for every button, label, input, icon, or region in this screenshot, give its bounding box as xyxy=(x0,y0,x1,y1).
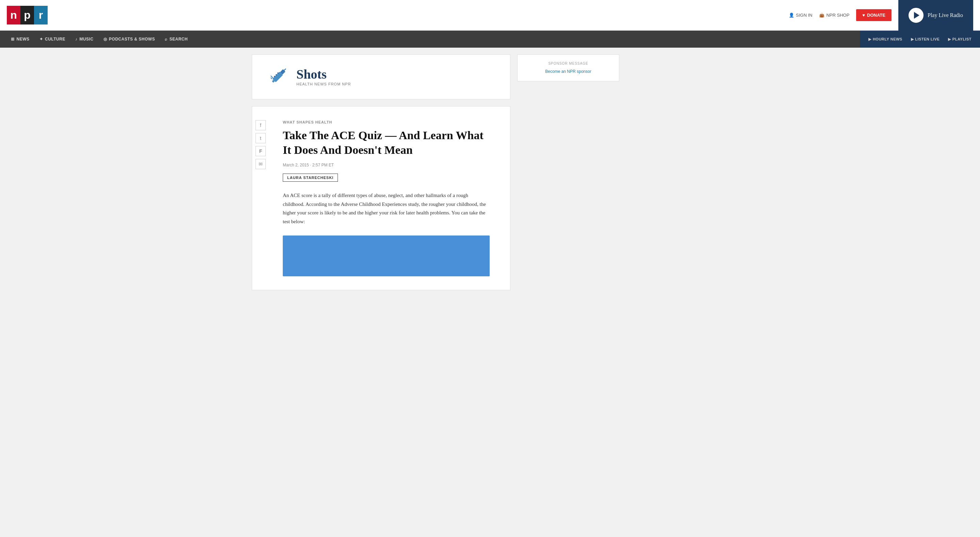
logo-r: r xyxy=(34,6,48,24)
article-title: Take The ACE Quiz — And Learn What It Do… xyxy=(283,128,490,157)
svg-line-3 xyxy=(284,69,285,70)
nav-news-label: NEWS xyxy=(17,37,30,41)
share-twitter-button[interactable]: t xyxy=(256,133,266,143)
nav-listen-live[interactable]: ▶ LISTEN LIVE xyxy=(907,30,943,48)
content-wrapper: Shots HEALTH NEWS FROM NPR f t F ✉ xyxy=(245,48,735,297)
nav-podcasts-label: PODCASTS & SHOWS xyxy=(109,37,155,41)
play-listen-icon: ▶ xyxy=(911,37,914,41)
logo-p: p xyxy=(21,6,34,24)
headphones-icon: ◎ xyxy=(103,37,107,41)
sponsor-area: Sponsor Message Become an NPR sponsor xyxy=(517,54,619,81)
nav-item-search[interactable]: ⌕ SEARCH xyxy=(161,30,192,48)
syringe-icon xyxy=(266,65,290,89)
main-content: Shots HEALTH NEWS FROM NPR f t F ✉ xyxy=(252,54,511,290)
npr-logo[interactable]: n p r xyxy=(7,6,48,24)
article-intro: An ACE score is a tally of different typ… xyxy=(283,191,490,226)
nav-hourly-news[interactable]: ▶ HOURLY NEWS xyxy=(865,30,905,48)
nav-item-culture[interactable]: ✦ CULTURE xyxy=(35,30,69,48)
sponsor-message-label: Sponsor Message xyxy=(524,62,612,65)
person-icon: 👤 xyxy=(789,13,794,18)
author-tag[interactable]: LAURA STARECHESKI xyxy=(283,174,338,182)
logo[interactable]: n p r xyxy=(7,6,48,24)
share-email-button[interactable]: ✉ xyxy=(256,159,266,169)
shots-blog-subtitle: HEALTH NEWS FROM NPR xyxy=(296,82,351,86)
shots-blog-title: Shots xyxy=(296,68,351,81)
main-nav: ⊞ NEWS ✦ CULTURE ♪ MUSIC ◎ PODCASTS & SH… xyxy=(0,30,980,48)
play-playlist-icon: ▶ xyxy=(948,37,951,41)
nav-left: ⊞ NEWS ✦ CULTURE ♪ MUSIC ◎ PODCASTS & SH… xyxy=(0,30,860,48)
nav-culture-label: CULTURE xyxy=(45,37,65,41)
play-hourly-icon: ▶ xyxy=(869,37,872,41)
play-circle xyxy=(908,8,924,23)
nav-music-label: MUSIC xyxy=(79,37,93,41)
sign-in-link[interactable]: 👤 SIGN IN xyxy=(789,13,812,18)
header-actions: 👤 SIGN IN 👜 NPR SHOP ♥ DONATE Play Live … xyxy=(789,0,973,30)
blog-header-card: Shots HEALTH NEWS FROM NPR xyxy=(252,54,511,99)
facebook-icon: f xyxy=(260,123,261,128)
search-icon: ⌕ xyxy=(165,37,167,41)
grid-icon: ⊞ xyxy=(11,37,14,41)
logo-n: n xyxy=(7,6,21,24)
npr-shop-link[interactable]: 👜 NPR SHOP xyxy=(819,13,850,18)
donate-label: DONATE xyxy=(867,13,885,18)
play-live-radio-button[interactable]: Play Live Radio xyxy=(898,0,973,30)
flipboard-icon: F xyxy=(259,148,262,154)
heart-icon: ♥ xyxy=(862,13,865,18)
share-facebook-button[interactable]: f xyxy=(256,120,266,130)
sidebar: Sponsor Message Become an NPR sponsor xyxy=(517,54,619,290)
site-header: n p r 👤 SIGN IN 👜 NPR SHOP ♥ DONATE Play… xyxy=(0,0,980,30)
play-triangle-icon xyxy=(914,12,920,19)
article-card: f t F ✉ WHAT SHAPES HEALTH Take The ACE … xyxy=(252,106,511,290)
article-image xyxy=(283,236,490,276)
twitter-icon: t xyxy=(260,135,261,141)
nav-playlist[interactable]: ▶ PLAYLIST xyxy=(945,30,975,48)
sign-in-label: SIGN IN xyxy=(796,13,812,18)
nav-item-podcasts[interactable]: ◎ PODCASTS & SHOWS xyxy=(99,30,159,48)
nav-right: ▶ HOURLY NEWS ▶ LISTEN LIVE ▶ PLAYLIST xyxy=(860,30,980,48)
article-section-label: WHAT SHAPES HEALTH xyxy=(283,120,490,124)
nav-item-news[interactable]: ⊞ NEWS xyxy=(7,30,34,48)
share-flipboard-button[interactable]: F xyxy=(256,146,266,156)
article-date: March 2, 2015 · 2:57 PM ET xyxy=(283,163,490,167)
nav-item-music[interactable]: ♪ MUSIC xyxy=(71,30,98,48)
svg-rect-7 xyxy=(270,77,272,79)
article-body: WHAT SHAPES HEALTH Take The ACE Quiz — A… xyxy=(283,120,490,276)
shots-title-area: Shots HEALTH NEWS FROM NPR xyxy=(296,68,351,86)
share-sidebar: f t F ✉ xyxy=(252,120,269,169)
culture-icon: ✦ xyxy=(40,37,43,41)
bag-icon: 👜 xyxy=(819,13,824,18)
playlist-label: PLAYLIST xyxy=(953,37,972,41)
nav-search-label: SEARCH xyxy=(169,37,188,41)
listen-live-label: LISTEN LIVE xyxy=(915,37,940,41)
npr-shop-label: NPR SHOP xyxy=(826,13,850,18)
become-sponsor-link[interactable]: Become an NPR sponsor xyxy=(545,69,591,74)
hourly-news-label: HOURLY NEWS xyxy=(873,37,902,41)
donate-button[interactable]: ♥ DONATE xyxy=(856,9,891,21)
play-live-radio-label: Play Live Radio xyxy=(928,12,963,18)
music-icon: ♪ xyxy=(75,37,78,41)
email-icon: ✉ xyxy=(259,161,263,167)
